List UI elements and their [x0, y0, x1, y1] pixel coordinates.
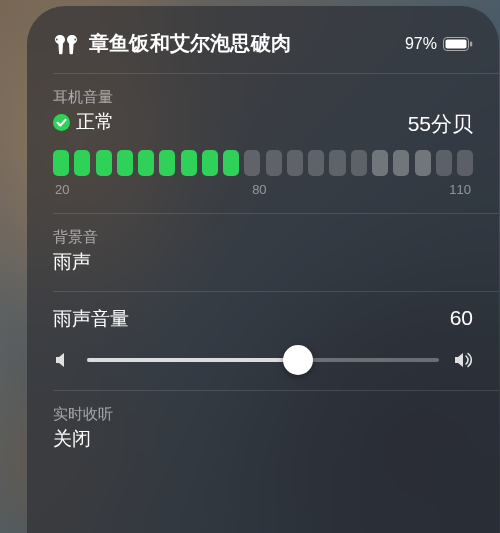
speaker-low-icon [53, 350, 73, 370]
hearing-control-panel: 章鱼饭和艾尔泡思破肉 97% 耳机音量 正常 55分贝 20 [27, 6, 499, 533]
meter-segment [223, 150, 239, 176]
meter-segment [138, 150, 154, 176]
meter-segment [329, 150, 345, 176]
background-sound-section[interactable]: 背景音 雨声 [27, 214, 499, 291]
live-listen-section[interactable]: 实时收听 关闭 [27, 391, 499, 468]
sound-volume-label: 雨声音量 [53, 306, 129, 332]
meter-segment [415, 150, 431, 176]
battery-icon [443, 37, 473, 51]
battery-percent: 97% [405, 35, 437, 53]
headphone-level-meter [53, 150, 473, 176]
sound-volume-value: 60 [450, 306, 473, 330]
speaker-high-icon [453, 350, 473, 370]
meter-segment [159, 150, 175, 176]
meter-segment [457, 150, 473, 176]
live-listen-title: 实时收听 [53, 405, 473, 424]
slider-thumb[interactable] [283, 345, 313, 375]
tick-max: 110 [449, 182, 471, 197]
meter-segment [372, 150, 388, 176]
tick-min: 20 [55, 182, 69, 197]
device-name: 章鱼饭和艾尔泡思破肉 [89, 30, 405, 57]
tick-mid: 80 [252, 182, 266, 197]
svg-rect-3 [446, 39, 467, 48]
svg-point-5 [53, 114, 70, 131]
meter-segment [244, 150, 260, 176]
checkmark-badge-icon [53, 114, 70, 131]
svg-rect-4 [470, 41, 472, 46]
meter-segment [53, 150, 69, 176]
background-sound-title: 背景音 [53, 228, 473, 247]
meter-segment [117, 150, 133, 176]
svg-point-1 [74, 38, 76, 40]
meter-segment [393, 150, 409, 176]
airpods-icon [53, 33, 79, 55]
headphone-level-title: 耳机音量 [53, 88, 473, 107]
sound-volume-section: 雨声音量 60 [27, 292, 499, 390]
meter-segment [202, 150, 218, 176]
meter-segment [266, 150, 282, 176]
meter-segment [351, 150, 367, 176]
panel-header: 章鱼饭和艾尔泡思破肉 97% [27, 6, 499, 73]
meter-segment [181, 150, 197, 176]
headphone-level-value: 55分贝 [408, 110, 473, 138]
battery-status: 97% [405, 35, 473, 53]
headphone-level-section[interactable]: 耳机音量 正常 55分贝 20 80 110 [27, 74, 499, 213]
meter-segment [74, 150, 90, 176]
meter-segment [287, 150, 303, 176]
meter-segment [96, 150, 112, 176]
background-sound-value: 雨声 [53, 249, 473, 275]
headphone-level-status: 正常 [76, 109, 114, 135]
live-listen-value: 关闭 [53, 426, 473, 452]
meter-segment [436, 150, 452, 176]
headphone-level-ticks: 20 80 110 [53, 182, 473, 197]
meter-segment [308, 150, 324, 176]
sound-volume-slider[interactable] [87, 346, 439, 374]
svg-point-0 [56, 38, 58, 40]
